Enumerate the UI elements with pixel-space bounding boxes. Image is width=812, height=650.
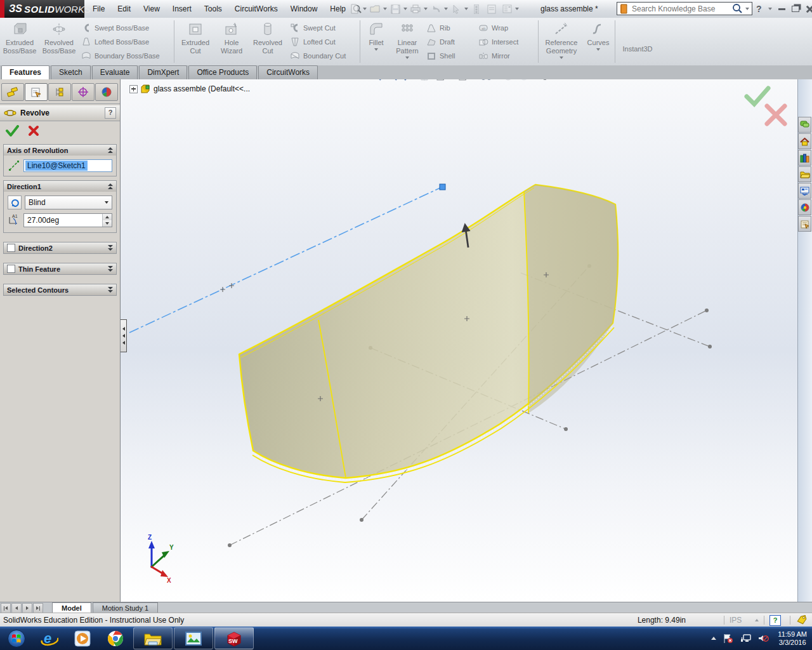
revolved-boss-button[interactable]: Revolved Boss/Base [39,18,79,65]
file-properties-icon[interactable] [485,2,499,16]
comments-pane-button[interactable] [798,117,811,133]
tab-scroll-left-button[interactable] [11,603,22,613]
internet-explorer-button[interactable]: e [33,627,66,649]
minimize-button[interactable] [778,8,785,10]
revolved-cut-button[interactable]: Revolved Cut [248,18,287,65]
pm-help-button[interactable]: ? [105,107,116,119]
knowledge-search[interactable] [617,2,752,15]
tab-scroll-right-button[interactable] [22,603,32,613]
home-pane-button[interactable] [798,133,811,149]
tab-office-products[interactable]: Office Products [188,65,257,79]
tab-scroll-first-button[interactable] [1,603,11,613]
menu-insert[interactable]: Insert [166,0,198,18]
reference-geometry-caret[interactable] [560,56,563,59]
fillet-caret[interactable] [374,48,378,51]
axis-selection-field[interactable]: Line10@Sketch1 [23,159,112,172]
units-selector[interactable]: IPS [730,616,755,625]
collapse-chevron-icon[interactable] [108,147,113,153]
linear-pattern-caret[interactable] [405,56,409,59]
section-view-icon[interactable] [419,79,430,82]
configuration-manager-tab[interactable] [48,83,71,101]
graphics-viewport[interactable]: Z Y X glass assemble (Default<<... [121,79,797,602]
undo-icon[interactable] [429,2,443,16]
extruded-boss-button[interactable]: Extruded Boss/Base [0,18,39,65]
design-library-pane-button[interactable] [798,166,811,182]
curves-button[interactable]: Curves [583,18,613,65]
action-center-flag-icon[interactable] [723,633,733,644]
rib-button[interactable]: Rib [426,22,473,34]
reverse-direction-button[interactable] [8,196,22,209]
tab-sketch[interactable]: Sketch [51,65,91,79]
end-condition-combobox[interactable]: Blind [25,196,112,209]
tab-evaluate[interactable]: Evaluate [92,65,138,79]
status-expand-icon[interactable] [755,619,759,621]
tab-features[interactable]: Features [1,65,49,79]
tag-icon[interactable] [796,615,808,625]
lofted-cut-button[interactable]: Lofted Cut [290,36,356,48]
file-explorer-pane-button[interactable] [798,183,811,199]
pm-ok-button[interactable] [5,125,19,136]
search-input[interactable] [631,4,730,14]
start-button[interactable] [0,627,33,649]
thin-feature-checkbox[interactable] [7,265,15,273]
close-button[interactable] [806,5,812,13]
photo-viewer-taskbar-button[interactable] [174,627,213,649]
view-orientation-icon[interactable] [435,79,452,82]
confirm-corner-cancel-icon[interactable] [767,106,785,124]
dimxpert-manager-tab[interactable] [72,83,95,101]
options-icon[interactable] [500,2,514,16]
revolved-surface-body[interactable] [239,185,618,482]
zoom-area-icon[interactable] [387,79,398,82]
expand-chevron-icon[interactable] [108,266,113,272]
feature-manager-tab[interactable] [1,83,24,101]
angle-spinbox[interactable]: 27.00deg [23,213,112,227]
explorer-taskbar-button[interactable] [133,627,173,649]
selected-contours-header[interactable]: Selected Contours [4,284,116,295]
display-style-icon[interactable] [457,79,475,82]
hide-show-items-icon[interactable] [479,79,498,81]
resources-pane-button[interactable] [798,150,811,166]
shell-button[interactable]: Shell [426,50,473,62]
view-settings-icon[interactable] [539,79,557,82]
open-file-icon[interactable] [368,2,382,16]
search-magnifier-icon[interactable] [732,3,743,14]
boundary-cut-button[interactable]: Boundary Cut [290,50,356,62]
model-tab[interactable]: Model [52,602,91,613]
display-manager-tab[interactable] [95,83,118,101]
search-options-caret[interactable] [745,8,749,10]
boundary-boss-button[interactable]: Boundary Boss/Base [81,50,170,62]
confirm-corner-ok-icon[interactable] [747,88,768,104]
direction1-header[interactable]: Direction1 [4,181,116,192]
curves-caret[interactable] [596,48,600,51]
tab-scroll-last-button[interactable] [33,603,43,613]
media-player-button[interactable] [66,627,99,649]
zoom-fit-icon[interactable] [371,79,383,82]
taskbar-clock[interactable]: 11:59 AM 3/3/2016 [775,630,807,647]
expand-chevron-icon[interactable] [108,287,113,293]
chrome-button[interactable] [99,627,132,649]
expand-chevron-icon[interactable] [108,245,113,251]
pm-cancel-button[interactable] [28,125,39,136]
rebuild-icon[interactable] [469,2,483,16]
axis-group-header[interactable]: Axis of Revolution [4,145,116,156]
scene-icon[interactable] [518,79,535,82]
angle-down-button[interactable] [103,220,112,227]
linear-pattern-button[interactable]: Linear Pattern [391,18,424,65]
new-file-icon[interactable] [348,2,362,16]
network-icon[interactable] [740,633,751,643]
direction2-checkbox[interactable] [7,244,15,252]
intersect-button[interactable]: Intersect [478,36,534,48]
instant3d-button[interactable]: Instant3D [617,18,658,65]
restore-button[interactable] [792,6,799,12]
draft-button[interactable]: Draft [426,36,473,48]
print-icon[interactable] [409,2,422,16]
feature-tree-root[interactable]: glass assemble (Default<<... [129,84,250,94]
collapse-chevron-icon[interactable] [108,183,113,189]
motion-study-tab[interactable]: Motion Study 1 [93,602,158,613]
hole-wizard-button[interactable]: Hole Wizard [215,18,248,65]
search-pane-button[interactable] [798,199,811,215]
solidworks-taskbar-button[interactable]: SW [214,627,254,649]
swept-boss-button[interactable]: Swept Boss/Base [81,22,170,34]
select-cursor-icon[interactable] [449,2,463,16]
magnifier-lens-icon[interactable] [403,79,414,82]
